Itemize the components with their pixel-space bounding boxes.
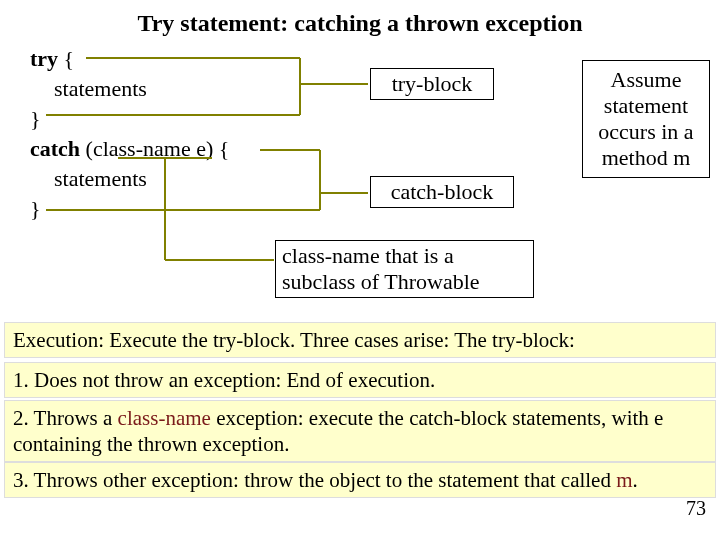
catch-params: (class-name e) { <box>80 136 229 161</box>
brace-close-2: } <box>30 194 690 224</box>
case3-m: m <box>616 468 632 492</box>
execution-case3: 3. Throws other exception: throw the obj… <box>4 462 716 498</box>
catch-keyword: catch <box>30 136 80 161</box>
case2-classname: class-name <box>118 406 211 430</box>
slide-title: Try statement: catching a thrown excepti… <box>0 0 720 37</box>
case3-prefix: 3. Throws other exception: throw the obj… <box>13 468 616 492</box>
page-number: 73 <box>686 497 706 520</box>
try-keyword: try <box>30 46 58 71</box>
case3-suffix: . <box>633 468 638 492</box>
case2-prefix: 2. Throws a <box>13 406 118 430</box>
subclass-box: class-name that is a subclass of Throwab… <box>275 240 534 298</box>
brace-open-1: { <box>58 46 74 71</box>
execution-case2: 2. Throws a class-name exception: execut… <box>4 400 716 462</box>
try-block-label: try-block <box>370 68 494 100</box>
assume-box: Assume statement occurs in a method m <box>582 60 710 178</box>
execution-intro: Execution: Execute the try-block. Three … <box>4 322 716 358</box>
catch-block-label: catch-block <box>370 176 514 208</box>
execution-case1: 1. Does not throw an exception: End of e… <box>4 362 716 398</box>
